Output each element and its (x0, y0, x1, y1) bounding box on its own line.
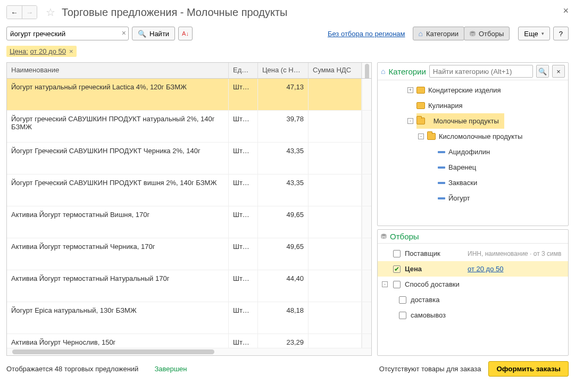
cell-name: Йогурт Epica натуральный, 130г БЗМЖ (7, 302, 229, 333)
back-button[interactable]: ← (7, 6, 22, 19)
expand-icon[interactable]: + (407, 87, 413, 93)
cell-unit: Шт… (229, 206, 258, 238)
filter-row[interactable]: Ценаот 20 до 50 (378, 261, 568, 277)
cart-status: Отсутствуют товары для заказа (379, 365, 481, 373)
table-row[interactable]: Йогурт Греческий САВУШКИН ПРОДУКТ Черник… (7, 143, 371, 174)
checkbox[interactable] (393, 281, 401, 288)
cell-vat (309, 270, 362, 302)
cell-unit: Шт… (229, 334, 258, 348)
cell-price: 43,35 (258, 143, 309, 174)
cell-name: Йогурт Греческий САВУШКИН ПРОДУКТ Черник… (7, 143, 229, 174)
tree-item[interactable]: Ацидофилин (378, 144, 568, 160)
col-unit[interactable]: Ед… (229, 63, 258, 78)
folder-icon (416, 118, 425, 124)
more-button[interactable]: Еще ▾ (518, 27, 549, 40)
category-search-input[interactable] (429, 65, 533, 78)
checkbox[interactable] (393, 250, 401, 257)
find-button[interactable]: 🔍 Найти (132, 27, 175, 40)
expand-icon[interactable]: - (382, 281, 388, 287)
tree-item[interactable]: Йогурт (378, 190, 568, 206)
checkbox[interactable] (399, 296, 406, 304)
col-vat[interactable]: Сумма НДС (309, 63, 362, 78)
table-row[interactable]: Йогурт Греческий САВУШКИН ПРОДУКТ вишня … (7, 174, 371, 206)
active-filter-chip[interactable]: Цена: от 20 до 50 × (6, 46, 77, 57)
toggle-filters[interactable]: ⛃ Отборы (464, 27, 510, 40)
col-price[interactable]: Цена (с НД… (258, 63, 309, 78)
categories-panel: ⌂ Категории 🔍 × +Кондитерские изделияКул… (377, 62, 569, 226)
cell-name: Йогурт греческий САВУШКИН ПРОДУКТ натура… (7, 111, 229, 142)
sort-button[interactable]: А↓ (178, 27, 193, 40)
cell-price: 39,78 (258, 111, 309, 142)
item-icon (438, 182, 445, 184)
tree-item[interactable]: -Кисломолочные продукты (378, 129, 568, 144)
clear-search-icon[interactable]: × (122, 29, 126, 37)
filter-row[interactable]: -Способ доставки (378, 277, 568, 292)
filter-placeholder: ИНН, наименование · от 3 симв (468, 250, 564, 257)
filters-title: Отборы (390, 232, 419, 241)
filter-row[interactable]: самовывоз (378, 307, 568, 323)
checkbox[interactable] (399, 312, 406, 319)
tree-item[interactable]: Варенец (378, 160, 568, 175)
folder-icon (416, 87, 425, 94)
filter-icon: ⛃ (470, 30, 476, 38)
search-icon: 🔍 (138, 30, 146, 38)
cell-unit: Шт… (229, 174, 258, 206)
cell-unit: Шт… (229, 302, 258, 333)
cell-name: Активиа Йогурт термостатный Вишня, 170г (7, 206, 229, 238)
cell-vat (309, 238, 362, 270)
filter-row[interactable]: ПоставщикИНН, наименование · от 3 симв (378, 246, 568, 261)
home-icon[interactable]: ⌂ (381, 67, 385, 76)
sort-icon: А↓ (182, 30, 189, 37)
filter-row[interactable]: доставка (378, 292, 568, 307)
expand-icon[interactable]: - (407, 118, 413, 124)
cell-price: 44,40 (258, 270, 309, 302)
table-row[interactable]: Йогурт Epica натуральный, 130г БЗМЖШт…48… (7, 302, 371, 334)
table-row[interactable]: Активиа Йогурт термостатный Натуральный … (7, 270, 371, 302)
table-row[interactable]: Йогурт натуральный греческий Lactica 4%,… (7, 79, 371, 111)
close-categories-icon[interactable]: × (552, 65, 565, 78)
table-row[interactable]: Активиа Йогурт термостатный Черника, 170… (7, 238, 371, 270)
forward-button[interactable]: → (22, 6, 37, 19)
item-icon (438, 151, 445, 153)
horizontal-scrollbar[interactable] (7, 348, 371, 355)
help-button[interactable]: ? (553, 27, 569, 40)
checkbox[interactable] (393, 265, 401, 273)
cell-name: Йогурт натуральный греческий Lactica 4%,… (7, 79, 229, 110)
favorite-icon[interactable]: ☆ (46, 6, 55, 19)
cell-name: Активиа Йогурт термостатный Натуральный … (7, 270, 229, 302)
categories-title: Категории (388, 67, 426, 76)
toggle-categories[interactable]: ⌂ Категории (413, 27, 464, 40)
regions-link[interactable]: Без отбора по регионам (328, 30, 405, 38)
search-input[interactable] (6, 27, 129, 40)
tree-item[interactable]: Кулинария (378, 98, 568, 113)
table-row[interactable]: Йогурт греческий САВУШКИН ПРОДУКТ натура… (7, 111, 371, 143)
tree-item[interactable]: +Кондитерские изделия (378, 82, 568, 98)
filter-icon: ⛃ (381, 232, 387, 240)
place-orders-button[interactable]: Оформить заказы (488, 361, 569, 377)
filter-value-link[interactable]: от 20 до 50 (468, 265, 564, 273)
expand-icon[interactable]: - (418, 134, 424, 139)
cell-price: 48,18 (258, 302, 309, 333)
cell-name: Йогурт Греческий САВУШКИН ПРОДУКТ вишня … (7, 174, 229, 206)
item-icon (438, 197, 445, 199)
remove-chip-icon[interactable]: × (69, 47, 73, 55)
cell-vat (309, 174, 362, 206)
cell-vat (309, 143, 362, 174)
col-name[interactable]: Наименование (7, 63, 229, 78)
cell-unit: Шт… (229, 238, 258, 270)
table-row[interactable]: Активиа Йогурт термостатный Вишня, 170гШ… (7, 206, 371, 238)
cell-vat (309, 79, 362, 110)
cell-price: 43,35 (258, 174, 309, 206)
tree-item[interactable]: Закваски (378, 175, 568, 190)
cell-vat (309, 334, 362, 348)
chevron-down-icon: ▾ (541, 31, 544, 36)
nav-buttons: ← → (6, 5, 37, 19)
table-row[interactable]: Активиа Йогурт Чернослив, 150гШт…23,29 (7, 334, 371, 348)
category-search-button[interactable]: 🔍 (536, 65, 549, 78)
cell-name: Активиа Йогурт Чернослив, 150г (7, 334, 229, 348)
cell-unit: Шт… (229, 79, 258, 110)
vertical-scrollbar[interactable] (362, 63, 371, 78)
tree-item[interactable]: - Молочные продукты (378, 113, 568, 129)
close-icon[interactable]: × (563, 5, 569, 16)
cell-price: 49,65 (258, 238, 309, 270)
